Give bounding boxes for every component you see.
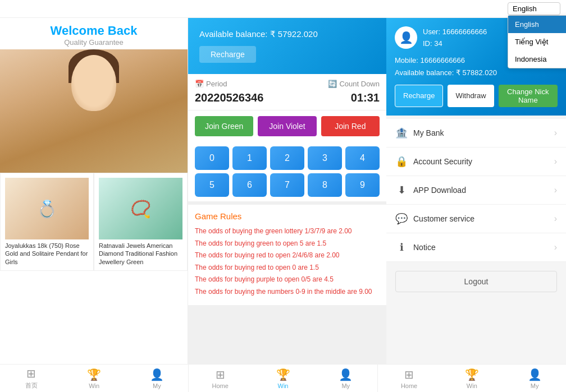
num-btn-9[interactable]: 9 (345, 173, 380, 197)
language-select[interactable]: EnglishTiếng ViệtIndonesia (508, 2, 560, 15)
menu-item-mybank-left: 🏦 My Bank (395, 127, 444, 139)
my-icon-mid: 👤 (339, 368, 353, 381)
user-recharge-button[interactable]: Recharge (395, 85, 443, 107)
game-rules-title: Game Rules (195, 211, 380, 221)
top-bar: EnglishTiếng ViệtIndonesia English Tiếng… (0, 0, 566, 18)
chevron-right-icon-3: › (554, 185, 557, 195)
my-label-mid: My (341, 382, 350, 389)
rule-3: The odds for buying red to open 2/4/6/8 … (195, 250, 380, 262)
nav-section-mid: ⊞ Home 🏆 Win 👤 My (189, 365, 377, 392)
num-btn-2[interactable]: 2 (270, 146, 304, 170)
number-grid: 0 1 2 3 4 5 6 7 8 9 (188, 142, 386, 201)
user-actions: Recharge Withdraw Change Nick Name (395, 85, 558, 107)
language-selector[interactable]: EnglishTiếng ViệtIndonesia English Tiếng… (508, 2, 560, 15)
jewelry-row: 💍 Joyalukkas 18k (750) Rose Gold and Sol… (0, 173, 188, 271)
my-icon-right: 👤 (528, 368, 542, 381)
home-icon-left: ⊞ (26, 367, 36, 380)
jewelry-img-1: 💍 (5, 178, 89, 239)
nav-home-mid[interactable]: ⊞ Home (189, 365, 252, 392)
nav-win-left[interactable]: 🏆 Win (63, 365, 126, 392)
period-label: 📅 Period (195, 80, 227, 88)
user-name: User: 16666666666 (423, 26, 487, 38)
win-icon-left: 🏆 (87, 368, 101, 381)
model-image (0, 49, 188, 173)
main-content: Welcome Back Quality Guarantee 💍 Joyaluk… (0, 18, 566, 364)
lang-option-vietnamese[interactable]: Tiếng Việt (508, 33, 566, 50)
balance-label: Available balance: ₹ 57922.020 (199, 29, 375, 39)
menu-label-service: Customer service (413, 214, 474, 223)
home-label-right: Home (401, 382, 417, 389)
calendar-icon: 📅 (195, 80, 204, 88)
my-icon-left: 👤 (150, 368, 164, 381)
download-icon: ⬇ (395, 184, 408, 196)
welcome-title: Welcome Back (0, 24, 188, 38)
rule-6: The odds for buying the numbers 0-9 in t… (195, 286, 380, 298)
nav-my-right[interactable]: 👤 My (503, 365, 566, 392)
menu-item-customer-service[interactable]: 💬 Customer service › (386, 205, 566, 233)
language-dropdown: English Tiếng Việt Indonesia (508, 15, 566, 68)
nav-my-left[interactable]: 👤 My (126, 365, 189, 392)
win-icon-right: 🏆 (465, 368, 479, 381)
user-withdraw-button[interactable]: Withdraw (448, 85, 494, 107)
countdown-label: 🔄 Count Down (328, 80, 380, 88)
period-text: Period (206, 80, 227, 88)
recharge-button[interactable]: Recharge (199, 46, 256, 63)
jewelry-name-1: Joyalukkas 18k (750) Rose Gold and Solit… (5, 242, 89, 266)
logout-section: Logout (386, 262, 566, 301)
lock-icon: 🔒 (395, 155, 408, 168)
period-row: 📅 Period 🔄 Count Down (188, 74, 386, 91)
num-btn-6[interactable]: 6 (232, 173, 267, 197)
welcome-section: Welcome Back Quality Guarantee (0, 18, 188, 49)
menu-item-notice-left: ℹ Notice (395, 241, 436, 253)
nav-win-mid[interactable]: 🏆 Win (252, 365, 314, 392)
user-balance: Available balance: ₹ 57882.020 (395, 67, 558, 79)
logout-button[interactable]: Logout (395, 271, 557, 292)
join-red-button[interactable]: Join Red (321, 116, 380, 136)
mid-panel: Available balance: ₹ 57922.020 Recharge … (188, 18, 386, 364)
quality-text: Quality Guarantee (0, 38, 188, 47)
menu-item-notice[interactable]: ℹ Notice › (386, 233, 566, 262)
countdown-text: Count Down (339, 80, 380, 88)
nav-my-mid[interactable]: 👤 My (314, 365, 377, 392)
left-panel: Welcome Back Quality Guarantee 💍 Joyaluk… (0, 18, 188, 364)
lang-option-indonesian[interactable]: Indonesia (508, 50, 566, 68)
num-btn-8[interactable]: 8 (308, 173, 342, 197)
num-btn-4[interactable]: 4 (345, 146, 380, 170)
win-icon-mid: 🏆 (276, 368, 290, 381)
period-number: 20220526346 (195, 91, 263, 104)
num-btn-3[interactable]: 3 (308, 146, 342, 170)
jewelry-item-1[interactable]: 💍 Joyalukkas 18k (750) Rose Gold and Sol… (0, 173, 94, 271)
jewelry-item-2[interactable]: 📿 Ratnavali Jewels American Diamond Trad… (94, 173, 188, 271)
num-btn-7[interactable]: 7 (270, 173, 304, 197)
rule-5: The odds for buying purple to open 0/5 a… (195, 274, 380, 286)
nav-home-right[interactable]: ⊞ Home (378, 365, 441, 392)
user-id: ID: 34 (423, 38, 487, 50)
menu-item-download-left: ⬇ APP Download (395, 184, 466, 196)
info-icon: ℹ (395, 241, 408, 253)
join-green-button[interactable]: Join Green (195, 116, 253, 136)
lang-option-english[interactable]: English (508, 16, 566, 33)
join-violet-button[interactable]: Join Violet (258, 116, 316, 136)
num-btn-5[interactable]: 5 (195, 173, 229, 197)
countdown-time: 01:31 (351, 91, 380, 104)
change-nick-button[interactable]: Change Nick Name (499, 85, 558, 107)
user-info-text: User: 16666666666 ID: 34 (423, 26, 487, 50)
rule-2: The odds for buying green to open 5 are … (195, 238, 380, 250)
balance-card: Available balance: ₹ 57922.020 Recharge (188, 18, 386, 74)
menu-item-mybank[interactable]: 🏦 My Bank › (386, 119, 566, 147)
num-btn-1[interactable]: 1 (232, 146, 267, 170)
clock-icon: 🔄 (328, 80, 337, 88)
menu-item-account-security[interactable]: 🔒 Account Security › (386, 147, 566, 176)
rule-1: The odds of buying the green lottery 1/3… (195, 225, 380, 238)
win-label-left: Win (89, 382, 99, 389)
model-face (71, 55, 116, 111)
my-label-right: My (531, 382, 539, 389)
menu-item-app-download[interactable]: ⬇ APP Download › (386, 176, 566, 205)
num-btn-0[interactable]: 0 (195, 146, 229, 170)
home-icon-right: ⊞ (404, 368, 414, 381)
menu-list: 🏦 My Bank › 🔒 Account Security › ⬇ APP D… (386, 119, 566, 262)
menu-label-mybank: My Bank (413, 128, 444, 137)
win-label-mid: Win (278, 382, 289, 389)
nav-home-left[interactable]: ⊞ 首页 (0, 365, 63, 392)
nav-win-right[interactable]: 🏆 Win (440, 365, 503, 392)
